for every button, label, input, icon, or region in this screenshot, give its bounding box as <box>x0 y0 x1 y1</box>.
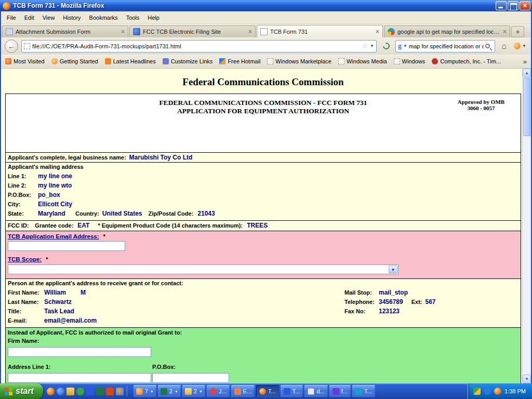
mail-icon[interactable] <box>66 388 74 395</box>
firefox-bookmark-icon <box>51 58 58 64</box>
tcb-email-input[interactable] <box>8 241 125 251</box>
tab-google-api-map[interactable]: google api to get map for specified loca… <box>384 25 510 37</box>
security-shield-icon[interactable] <box>473 388 481 395</box>
menu-help[interactable]: Help <box>144 12 163 23</box>
start-button[interactable]: start <box>0 383 43 399</box>
maximize-button[interactable] <box>508 1 518 10</box>
mailing-heading: Applicant's mailing address <box>8 164 518 172</box>
bookmark-windows-marketplace[interactable]: Windows Marketplace <box>267 58 331 64</box>
tab-tcb-form-731[interactable]: TCB Form 731 <box>257 25 383 37</box>
menu-edit[interactable]: Edit <box>21 12 38 23</box>
window-title: TCB Form 731 - Mozilla Firefox <box>13 2 496 9</box>
task-label: f... <box>341 388 348 394</box>
minimize-button[interactable] <box>496 1 507 10</box>
form-header-box: Approved by OMB 3060 - 0057 FEDERAL COMM… <box>6 94 521 152</box>
location-bar[interactable] <box>21 40 377 52</box>
back-button[interactable] <box>5 39 18 53</box>
task-group-folders[interactable]: 2 <box>182 385 205 397</box>
firefox-icon <box>259 388 266 395</box>
search-input[interactable] <box>409 43 484 49</box>
firm-name-input[interactable] <box>8 347 151 357</box>
tab-attachment-submission[interactable]: Attachment Submission Form <box>2 25 128 37</box>
middle-initial-value: M <box>81 289 86 296</box>
bookmark-customize-links[interactable]: Customize Links <box>163 58 213 64</box>
extra-toolbar-button[interactable] <box>513 43 527 49</box>
home-button[interactable] <box>498 42 510 51</box>
task-group-internet[interactable]: 7 <box>134 385 156 397</box>
browser-viewport: Federal Communications Commission Approv… <box>1 69 531 383</box>
scrollbar-track[interactable] <box>523 137 531 375</box>
task-group-excel[interactable]: 2 <box>158 385 181 397</box>
bookmark-computech[interactable]: Computech, Inc. - Tim... <box>432 58 501 64</box>
grant-mail-section: Instead of Applicant, FCC is authorized … <box>6 327 521 383</box>
windows-icon <box>394 58 400 64</box>
bookmark-label: Windows Media <box>347 58 387 64</box>
messenger-icon[interactable] <box>76 388 84 395</box>
task-window-firefox-active[interactable]: T... <box>256 385 279 397</box>
tab-fcc-tcb-filing[interactable]: FCC TCB Electronic Filing Site <box>129 25 256 37</box>
close-button[interactable] <box>520 1 530 10</box>
tcb-scope-label: TCB Scope: <box>8 256 42 262</box>
bookmark-getting-started[interactable]: Getting Started <box>51 58 98 64</box>
tab-close-icon[interactable] <box>503 28 507 35</box>
tab-close-icon[interactable] <box>121 28 125 35</box>
menu-tools[interactable]: Tools <box>123 12 143 23</box>
internet-explorer-icon[interactable] <box>57 388 64 395</box>
form-frame: Approved by OMB 3060 - 0057 FEDERAL COMM… <box>5 94 521 383</box>
tab-close-icon[interactable] <box>248 28 252 35</box>
word-icon[interactable] <box>86 388 94 395</box>
network-icon[interactable] <box>484 388 491 395</box>
bookmark-free-hotmail[interactable]: Free Hotmail <box>219 58 260 64</box>
menu-view[interactable]: View <box>39 12 59 23</box>
chevron-down-icon <box>150 390 154 393</box>
menu-history[interactable]: History <box>59 12 84 23</box>
tcb-scope-select[interactable] <box>8 264 398 274</box>
tab-label: TCB Form 731 <box>270 29 373 35</box>
task-window-d[interactable]: d... <box>304 385 327 397</box>
firefox-quicklaunch-icon[interactable] <box>47 388 55 395</box>
telephone-row: Telephone: 3456789 Ext: 567 <box>344 298 518 308</box>
line1-label: Line 1: <box>8 173 35 179</box>
document-icon <box>260 28 268 35</box>
search-engine-dropdown-icon[interactable] <box>403 44 407 48</box>
task-window-f[interactable]: f... <box>329 385 351 397</box>
bookmark-windows[interactable]: Windows <box>394 58 425 64</box>
state-label: State: <box>8 210 35 217</box>
firefox-tray-icon[interactable] <box>494 388 501 395</box>
most-visited-icon <box>5 58 11 64</box>
vertical-scrollbar[interactable] <box>522 69 531 383</box>
grant-pobox-input[interactable] <box>152 373 229 383</box>
task-window-t[interactable]: T... <box>352 385 375 397</box>
task-window-e[interactable]: E... <box>231 385 255 397</box>
bookmark-star-icon[interactable] <box>362 42 368 50</box>
omb-line1: Approved by OMB <box>448 99 514 105</box>
excel-icon[interactable] <box>96 388 104 395</box>
customize-links-icon <box>163 58 169 64</box>
search-magnifier-icon[interactable] <box>485 44 490 48</box>
bookmarks-overflow-icon[interactable] <box>523 58 527 65</box>
url-input[interactable] <box>32 41 360 52</box>
menu-file[interactable]: File <box>3 12 20 23</box>
scroll-down-icon[interactable] <box>523 375 531 383</box>
scroll-up-icon[interactable] <box>523 69 531 77</box>
mail-stop-row: Mail Stop: mail_stop <box>344 289 518 298</box>
task-window-word[interactable]: T... <box>281 385 303 397</box>
bookmark-latest-headlines[interactable]: Latest Headlines <box>105 58 156 64</box>
media-player-icon[interactable] <box>116 388 124 395</box>
omb-approval: Approved by OMB 3060 - 0057 <box>448 99 514 111</box>
url-dropdown-icon[interactable] <box>370 44 374 48</box>
menu-bookmarks[interactable]: Bookmarks <box>86 12 122 23</box>
mail-stop-label: Mail Stop: <box>344 289 379 296</box>
address-line1-input[interactable] <box>8 373 151 383</box>
tab-close-icon[interactable] <box>376 28 379 35</box>
first-name-label: First Name: <box>8 289 44 296</box>
task-window-j[interactable]: J... <box>207 385 230 397</box>
search-box[interactable] <box>395 40 495 52</box>
powerpoint-icon[interactable] <box>106 388 114 395</box>
new-tab-button[interactable] <box>511 26 524 37</box>
scrollbar-thumb[interactable] <box>523 78 530 136</box>
bookmark-most-visited[interactable]: Most Visited <box>5 58 45 64</box>
bookmark-windows-media[interactable]: Windows Media <box>338 58 387 64</box>
reload-button[interactable] <box>380 40 392 52</box>
chevron-down-icon[interactable] <box>389 265 397 273</box>
